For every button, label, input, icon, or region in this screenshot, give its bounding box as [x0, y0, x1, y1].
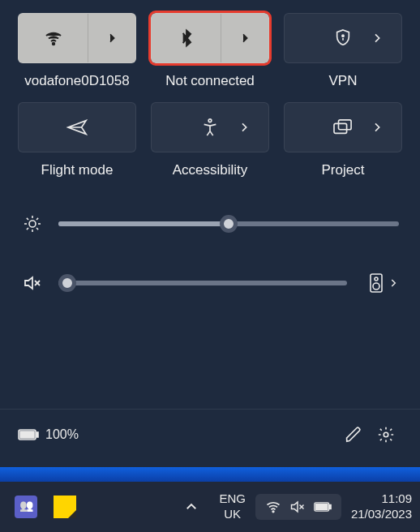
brightness-slider-row	[21, 214, 399, 234]
battery-icon	[18, 427, 39, 442]
battery-status[interactable]: 100%	[18, 427, 79, 442]
svg-point-24	[384, 432, 388, 437]
brightness-slider[interactable]	[58, 221, 399, 226]
clock-time: 11:09	[351, 491, 412, 507]
svg-point-25	[272, 511, 274, 513]
tile-wrap-bluetooth: Not connected	[151, 13, 269, 89]
volume-slider-row	[21, 272, 399, 294]
airplane-icon	[66, 118, 88, 137]
svg-rect-30	[329, 504, 331, 508]
battery-percent: 100%	[45, 427, 79, 442]
volume-mute-icon	[21, 273, 44, 293]
audio-output-icon[interactable]	[368, 272, 384, 294]
tile-flight[interactable]	[18, 102, 136, 152]
tile-label-bluetooth: Not connected	[165, 73, 255, 89]
wifi-tray-icon	[265, 499, 281, 515]
bluetooth-icon	[178, 28, 195, 49]
svg-rect-4	[334, 123, 347, 133]
tile-bluetooth[interactable]	[151, 13, 269, 63]
accent-bar	[0, 467, 420, 482]
settings-button[interactable]	[370, 418, 402, 451]
tile-accessibility[interactable]	[151, 102, 269, 152]
tile-wrap-project: Project	[284, 102, 402, 178]
tile-vpn[interactable]	[284, 13, 402, 63]
volume-slider[interactable]	[58, 281, 347, 285]
volume-tray-icon	[289, 499, 306, 515]
chevron-up-icon	[184, 500, 199, 514]
clock-date: 21/03/2023	[351, 507, 412, 522]
svg-point-6	[29, 221, 36, 227]
tile-expand-bluetooth[interactable]	[221, 32, 268, 45]
taskbar-app-notes[interactable]	[47, 489, 83, 525]
language-indicator[interactable]: ENG UK	[212, 491, 252, 522]
sliders-section	[18, 214, 402, 294]
svg-point-19	[375, 277, 378, 281]
chevron-right-icon	[238, 121, 251, 134]
svg-point-1	[342, 35, 344, 36]
lang-bottom: UK	[219, 507, 246, 522]
accessibility-icon	[201, 118, 219, 137]
svg-point-0	[52, 43, 54, 45]
tile-label-vpn: VPN	[329, 73, 358, 89]
svg-line-13	[27, 228, 28, 230]
tile-label-project: Project	[322, 162, 365, 178]
tile-project[interactable]	[284, 102, 402, 152]
tile-expand-vpn[interactable]	[371, 32, 384, 45]
wifi-icon	[44, 28, 63, 48]
chevron-right-icon	[238, 32, 251, 45]
tile-label-accessibility: Accessibility	[173, 162, 248, 178]
svg-rect-5	[339, 120, 352, 130]
svg-rect-22	[36, 432, 38, 437]
tile-toggle-bluetooth[interactable]	[152, 14, 221, 62]
tile-wrap-wifi: vodafone0D1058	[18, 13, 136, 89]
svg-point-3	[208, 119, 212, 122]
chevron-right-icon	[371, 32, 384, 45]
tile-wrap-flight: Flight mode	[18, 102, 136, 178]
clock[interactable]: 11:09 21/03/2023	[345, 491, 412, 522]
tile-wrap-accessibility: Accessibility	[151, 102, 269, 178]
pencil-icon	[345, 426, 362, 444]
tile-expand-wifi[interactable]	[88, 32, 135, 45]
svg-line-11	[27, 218, 28, 220]
taskbar-app-teams[interactable]	[8, 489, 44, 525]
tile-toggle-accessibility[interactable]	[152, 103, 268, 152]
svg-marker-26	[291, 502, 298, 512]
svg-line-12	[36, 228, 38, 230]
svg-marker-15	[25, 277, 32, 289]
project-icon	[332, 118, 354, 136]
chevron-right-icon	[105, 32, 118, 45]
tray-overflow-button[interactable]	[174, 489, 209, 525]
chevron-right-icon	[371, 121, 384, 134]
brightness-icon	[21, 214, 44, 234]
tile-toggle-vpn[interactable]	[285, 14, 401, 62]
system-tray[interactable]	[255, 494, 341, 520]
tile-grid: vodafone0D1058Not connectedVPNFlight mod…	[18, 13, 402, 178]
battery-tray-icon	[314, 500, 332, 513]
tile-expand-accessibility[interactable]	[238, 121, 251, 134]
tile-label-flight: Flight mode	[41, 162, 114, 178]
taskbar: ENG UK 11:09 21/03/2023	[0, 482, 420, 532]
svg-point-20	[373, 283, 379, 290]
gear-icon	[377, 426, 395, 444]
tile-expand-project[interactable]	[371, 121, 384, 134]
tile-toggle-wifi[interactable]	[19, 14, 88, 62]
tile-wrap-vpn: VPN	[284, 13, 402, 89]
brightness-thumb[interactable]	[220, 215, 238, 233]
tile-wifi[interactable]	[18, 13, 136, 63]
svg-rect-23	[20, 431, 34, 438]
edit-button[interactable]	[337, 418, 370, 451]
shield-icon	[334, 28, 352, 48]
tile-toggle-flight[interactable]	[19, 103, 135, 152]
tile-label-wifi: vodafone0D1058	[24, 73, 130, 89]
bottom-bar: 100%	[0, 409, 420, 459]
tile-toggle-project[interactable]	[285, 103, 401, 152]
volume-thumb[interactable]	[58, 274, 76, 292]
svg-line-14	[36, 218, 38, 220]
lang-top: ENG	[219, 491, 246, 507]
svg-rect-31	[315, 504, 327, 510]
quick-settings-panel: vodafone0D1058Not connectedVPNFlight mod…	[0, 0, 420, 294]
chevron-right-icon[interactable]	[388, 277, 399, 289]
